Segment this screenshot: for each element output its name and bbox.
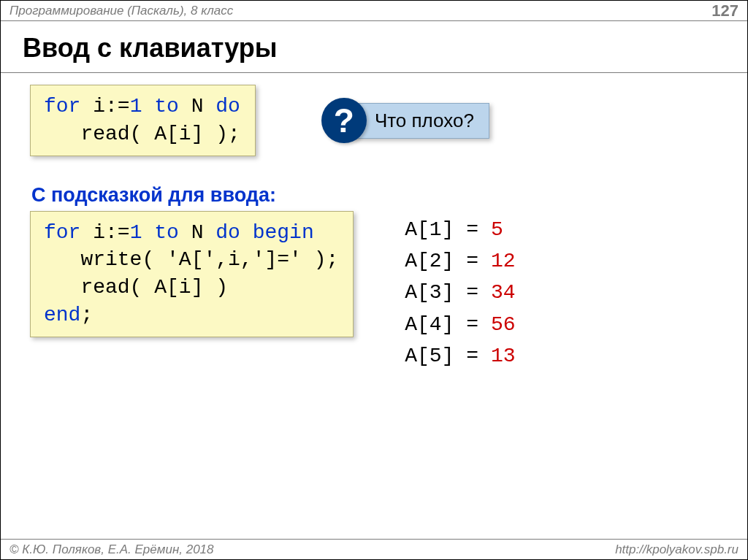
page-number: 127	[711, 1, 739, 20]
code-block-2: for i:=1 to N do begin write( 'A[',i,']=…	[30, 211, 354, 337]
kw-end: end	[44, 304, 80, 326]
out-label: A[3] =	[405, 281, 478, 304]
code-text: i:=	[80, 221, 129, 244]
code-text: read( A[i] )	[44, 276, 228, 299]
row-code-and-output: for i:=1 to N do begin write( 'A[',i,']=…	[1, 211, 747, 372]
kw-for: for	[44, 221, 80, 244]
kw-do: do	[215, 221, 240, 244]
code-text: i:=	[80, 95, 129, 118]
out-label: A[4] =	[405, 313, 478, 336]
out-label: A[1] =	[405, 218, 478, 241]
out-value: 56	[491, 313, 516, 336]
num-1: 1	[130, 95, 142, 118]
out-value: 5	[491, 218, 503, 241]
num-1: 1	[130, 221, 142, 244]
code-block-1: for i:=1 to N do read( A[i] );	[30, 85, 256, 156]
hint-text: Что плохо?	[352, 103, 489, 139]
output-line: A[3] = 34	[405, 277, 515, 308]
out-value: 34	[491, 281, 516, 304]
row-code-and-hint: for i:=1 to N do read( A[i] ); ? Что пло…	[1, 85, 747, 156]
out-label: A[2] =	[405, 250, 478, 272]
output-line: A[2] = 12	[405, 245, 515, 277]
footer-bar: © К.Ю. Поляков, Е.А. Ерёмин, 2018 http:/…	[1, 539, 747, 559]
code-text: ;	[80, 304, 93, 326]
code-text: N	[179, 221, 215, 244]
output-line: A[4] = 56	[405, 309, 515, 340]
sample-output: A[1] = 5 A[2] = 12 A[3] = 34 A[4] = 56 A…	[405, 211, 515, 372]
output-line: A[1] = 5	[405, 214, 515, 245]
output-line: A[5] = 13	[405, 340, 515, 372]
footer-authors: © К.Ю. Поляков, Е.А. Ерёмин, 2018	[9, 542, 214, 557]
code-text: write( 'A[',i,']=' );	[44, 248, 338, 271]
page-title: Ввод с клавиатуры	[1, 21, 747, 72]
header-bar: Программирование (Паскаль), 8 класс 127	[1, 1, 747, 21]
kw-to: to	[142, 221, 178, 244]
out-value: 12	[491, 250, 516, 272]
kw-begin: begin	[240, 221, 314, 244]
subheader: С подсказкой для ввода:	[1, 156, 747, 211]
footer-url: http://kpolyakov.spb.ru	[615, 542, 739, 557]
code-text: read( A[i] );	[44, 123, 240, 145]
code-text: N	[179, 95, 215, 118]
hint-callout: ? Что плохо?	[321, 98, 489, 143]
kw-to: to	[142, 95, 178, 118]
out-label: A[5] =	[405, 345, 478, 367]
course-label: Программирование (Паскаль), 8 класс	[9, 4, 233, 18]
out-value: 13	[491, 345, 516, 367]
kw-do: do	[215, 95, 240, 118]
divider	[1, 72, 747, 73]
question-mark-icon: ?	[321, 98, 367, 143]
kw-for: for	[44, 95, 80, 118]
